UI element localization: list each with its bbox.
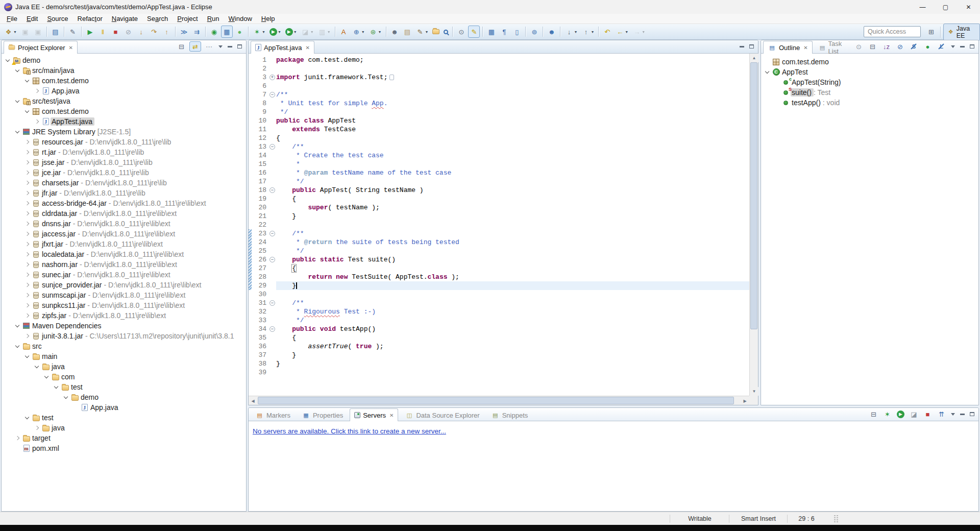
debug-icon[interactable]: ✶▼ — [251, 26, 267, 38]
view-menu-icon[interactable] — [949, 409, 957, 419]
menu-project[interactable]: Project — [173, 14, 202, 24]
fold-collapse-icon[interactable]: − — [268, 92, 276, 98]
chevron-collapsed-icon[interactable] — [23, 331, 31, 341]
menu-edit[interactable]: Edit — [22, 14, 42, 24]
plugin-search-icon[interactable] — [442, 26, 450, 38]
external-tools-icon[interactable]: ▶▼ — [284, 26, 299, 38]
view-menu-icon[interactable] — [217, 41, 224, 52]
tab-data-source-explorer[interactable]: ◫Data Source Explorer — [400, 408, 484, 421]
code-line[interactable]: 18− public AppTest( String testName ) — [249, 186, 749, 195]
fold-collapse-icon[interactable]: − — [268, 300, 276, 306]
code-line[interactable]: 22 — [249, 221, 749, 229]
tree-item[interactable]: 010sunmscapi.jar - D:\env\jdk1.8.0_111\j… — [2, 290, 246, 300]
chevron-collapsed-icon[interactable] — [23, 239, 31, 249]
tree-item[interactable]: main — [2, 351, 246, 361]
chevron-expanded-icon[interactable] — [52, 382, 60, 392]
tree-item[interactable]: 010resources.jar - D:\env\jdk1.8.0_111\j… — [2, 137, 246, 147]
tree-item[interactable]: 010zipfs.jar - D:\env\jdk1.8.0_111\jre\l… — [2, 310, 246, 321]
tree-item[interactable]: JApp.java — [2, 402, 246, 413]
chevron-collapsed-icon[interactable] — [23, 188, 31, 198]
code-text[interactable]: { — [276, 134, 749, 142]
fold-collapse-icon[interactable]: − — [268, 231, 276, 236]
show-whitespace-icon[interactable]: ¶ — [498, 26, 510, 38]
scroll-down-icon[interactable]: ▼ — [750, 387, 758, 396]
code-line[interactable]: 33 */ — [249, 316, 749, 325]
chevron-collapsed-icon[interactable] — [33, 86, 41, 96]
outline-item[interactable]: testApp() : void — [761, 98, 978, 108]
save-all-icon[interactable]: ▣ — [32, 26, 44, 38]
tree-item[interactable]: src/main/java — [2, 65, 246, 76]
tree-item[interactable]: com.test.demo — [2, 106, 246, 116]
collapse-all-icon[interactable]: ⊟ — [868, 409, 879, 419]
tree-item[interactable]: JApp.java — [2, 86, 246, 96]
menu-help[interactable]: Help — [257, 14, 280, 24]
code-line[interactable]: 16 * @param testName name of the test ca… — [249, 168, 749, 177]
tab-snippets[interactable]: ▤Snippets — [486, 408, 533, 421]
code-text[interactable]: * @param testName name of the test case — [276, 168, 749, 177]
terminate-icon[interactable]: ■ — [110, 26, 121, 38]
chevron-expanded-icon[interactable] — [62, 392, 70, 402]
hide-static-icon[interactable]: S — [908, 41, 920, 52]
tree-item[interactable]: 010jce.jar - D:\env\jdk1.8.0_111\jre\lib — [2, 167, 246, 178]
working-sets-icon[interactable]: ⋯ — [203, 41, 215, 52]
sort-icon[interactable]: ↓z — [880, 41, 892, 52]
hide-local-types-icon[interactable]: L — [936, 41, 947, 52]
create-server-link[interactable]: No servers are available. Click this lin… — [253, 427, 446, 435]
forward-history-icon[interactable]: →▼ — [631, 26, 647, 38]
code-line[interactable]: 24 * @return the suite of tests being te… — [249, 238, 749, 247]
tree-item[interactable]: 010rt.jar - D:\env\jdk1.8.0_111\jre\lib — [2, 147, 246, 157]
tab-markers[interactable]: ▤Markers — [251, 408, 295, 421]
chevron-collapsed-icon[interactable] — [23, 167, 31, 178]
run-icon[interactable]: ▶▼ — [268, 26, 283, 38]
code-text[interactable]: */ — [276, 316, 749, 325]
new-wizard-icon[interactable]: ❖▼ — [3, 26, 18, 38]
code-text[interactable]: return new TestSuite( AppTest.class ); — [276, 273, 749, 281]
menu-file[interactable]: File — [2, 14, 22, 24]
chevron-collapsed-icon[interactable] — [23, 280, 31, 290]
menu-window[interactable]: Window — [224, 14, 257, 24]
profile-server-icon[interactable]: ◪ — [908, 409, 920, 419]
screenshot-icon[interactable]: ⊙ — [455, 26, 467, 38]
suspend-icon[interactable]: ‖ — [97, 26, 109, 38]
maximize-icon[interactable] — [236, 41, 243, 52]
resume-icon[interactable]: ▶ — [84, 26, 96, 38]
close-button[interactable]: ✕ — [957, 0, 980, 14]
open-console-icon[interactable]: ▤ — [50, 26, 61, 38]
tree-item[interactable]: com — [2, 372, 246, 382]
stop-server-icon[interactable]: ■ — [922, 409, 934, 419]
tab-properties[interactable]: ▦Properties — [297, 408, 348, 421]
code-line[interactable]: 29 } — [249, 281, 749, 290]
chevron-collapsed-icon[interactable] — [23, 310, 31, 321]
chevron-expanded-icon[interactable] — [23, 351, 31, 361]
tree-item[interactable]: 010dnsns.jar - D:\env\jdk1.8.0_111\jre\l… — [2, 219, 246, 229]
chevron-expanded-icon[interactable] — [42, 372, 51, 382]
outline-item[interactable]: cAppTest(String) — [761, 77, 978, 87]
chevron-collapsed-icon[interactable] — [13, 433, 21, 443]
hide-fields-icon[interactable]: ⊘ — [894, 41, 906, 52]
code-text[interactable]: public void testApp() — [276, 325, 749, 333]
marketplace-icon[interactable]: ● — [234, 26, 246, 38]
perspective-java-ee-button[interactable]: ❖ Java EE — [943, 23, 980, 41]
code-text[interactable]: public AppTest( String testName ) — [276, 186, 749, 195]
code-line[interactable]: 15 * — [249, 160, 749, 168]
mark-occurrences-icon[interactable]: ✎ — [468, 26, 480, 38]
code-line[interactable]: 19 { — [249, 195, 749, 203]
code-line[interactable]: 32 * Rigourous Test :-) — [249, 307, 749, 316]
tree-item[interactable]: 010jaccess.jar - D:\env\jdk1.8.0_111\jre… — [2, 229, 246, 239]
code-text[interactable]: { — [276, 333, 749, 342]
code-line[interactable]: 6 — [249, 82, 749, 90]
code-text[interactable]: /** — [276, 142, 749, 151]
menu-search[interactable]: Search — [142, 14, 173, 24]
chevron-collapsed-icon[interactable] — [23, 178, 31, 188]
chevron-expanded-icon[interactable] — [13, 96, 21, 106]
code-text[interactable] — [276, 64, 749, 73]
chevron-expanded-icon[interactable] — [13, 321, 21, 331]
chevron-expanded-icon[interactable] — [23, 76, 31, 86]
code-text[interactable] — [276, 290, 749, 299]
tree-item[interactable]: java — [2, 423, 246, 433]
code-text[interactable]: import junit.framework.Test; — [276, 73, 749, 82]
tree-item[interactable]: JAppTest.java — [2, 116, 246, 127]
scroll-up-icon[interactable]: ▲ — [750, 54, 758, 62]
run-last-launch-icon[interactable]: ≫ — [178, 26, 190, 38]
code-line[interactable]: 34− public void testApp() — [249, 325, 749, 333]
